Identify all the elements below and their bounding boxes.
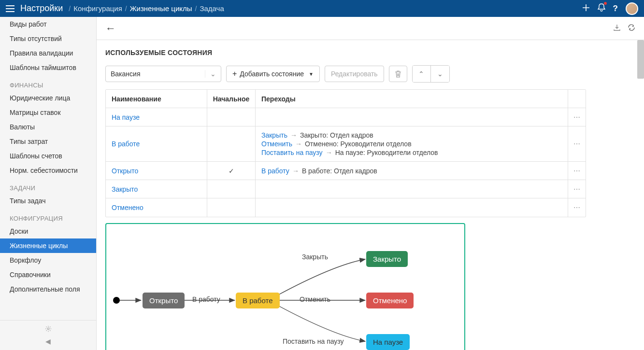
move-down-button[interactable]: ⌄ — [431, 66, 449, 82]
start-dot — [113, 297, 120, 304]
sidebar-item[interactable]: Шаблоны счетов — [0, 149, 96, 163]
row-menu-button[interactable]: ⋯ — [568, 126, 586, 161]
lifecycle-select[interactable]: Вакансия ⌄ — [105, 66, 221, 82]
sidebar: Виды работТипы отсутствийПравила валидац… — [0, 17, 97, 350]
sidebar-item[interactable]: Валюты — [0, 120, 96, 134]
add-icon[interactable] — [582, 4, 590, 13]
toolbar: Вакансия ⌄ + Добавить состояние ▼ Редакт… — [105, 65, 635, 83]
collapse-sidebar-icon[interactable]: ◀ — [0, 336, 96, 347]
crumb-lifecycles[interactable]: Жизненные циклы — [130, 4, 192, 13]
sidebar-item[interactable]: Дополнительные поля — [0, 282, 96, 296]
sidebar-item[interactable]: Жизненные циклы — [0, 238, 96, 253]
add-state-button[interactable]: + Добавить состояние ▼ — [226, 66, 320, 82]
transition-line: Отменить→Отменено: Руководители отделов — [261, 140, 412, 148]
transition-line: Закрыть→Закрыто: Отдел кадров — [261, 131, 373, 139]
node-closed[interactable]: Закрыто — [366, 251, 408, 267]
sidebar-item[interactable]: Доски — [0, 224, 96, 238]
menu-icon[interactable] — [6, 5, 14, 12]
edge-pause: Поставить на паузу — [283, 337, 344, 345]
row-menu-button[interactable]: ⋯ — [568, 180, 586, 198]
sidebar-item[interactable]: Виды работ — [0, 17, 96, 31]
chevron-up-icon: ⌃ — [418, 70, 424, 78]
transition-action-link[interactable]: Закрыть — [261, 131, 287, 139]
transition-line: Поставить на паузу→На паузе: Руководител… — [261, 149, 438, 156]
table-row[interactable]: Открыто✓В работу→В работе: Отдел кадров⋯ — [106, 162, 586, 180]
sidebar-item[interactable]: Типы отсутствий — [0, 31, 96, 46]
state-link[interactable]: Отменено — [112, 204, 143, 211]
move-up-button[interactable]: ⌃ — [413, 66, 431, 82]
sidebar-item[interactable]: Типы задач — [0, 194, 96, 208]
sidebar-section-header: ЗАДАЧИ — [0, 178, 96, 194]
node-paused[interactable]: На паузе — [366, 334, 410, 350]
refresh-icon[interactable] — [628, 24, 635, 33]
col-name: Наименование — [106, 90, 207, 108]
table-row[interactable]: Закрыто⋯ — [106, 180, 586, 198]
state-link[interactable]: В работе — [112, 140, 140, 148]
col-initial: Начальное — [207, 90, 256, 108]
avatar[interactable] — [626, 2, 638, 15]
notification-dot — [604, 2, 607, 5]
table-row[interactable]: На паузе⋯ — [106, 108, 586, 126]
lifecycle-diagram: Открыто В работе Закрыто Отменено На пау… — [105, 223, 465, 350]
sidebar-item[interactable]: Норм. себестоимости — [0, 163, 96, 178]
state-link[interactable]: Открыто — [112, 167, 138, 175]
settings-gear-icon[interactable] — [0, 323, 96, 336]
sidebar-section-header: КОНФИГУРАЦИЯ — [0, 208, 96, 224]
plus-icon: + — [232, 70, 237, 78]
app-title: Настройки — [20, 3, 63, 14]
transition-line: В работу→В работе: Отдел кадров — [261, 167, 377, 175]
edge-to-work: В работу — [192, 295, 220, 303]
chevron-down-icon: ⌄ — [205, 70, 216, 78]
edit-button[interactable]: Редактировать — [325, 66, 384, 82]
sidebar-item[interactable]: Юридические лица — [0, 91, 96, 105]
breadcrumb: Настройки / Конфигурация / Жизненные цик… — [20, 3, 582, 14]
delete-button[interactable] — [389, 66, 407, 82]
section-title: ИСПОЛЬЗУЕМЫЕ СОСТОЯНИЯ — [105, 49, 635, 56]
state-link[interactable]: На паузе — [112, 113, 140, 121]
sidebar-item[interactable]: Типы затрат — [0, 134, 96, 149]
sidebar-item[interactable]: Матрицы ставок — [0, 105, 96, 120]
row-menu-button[interactable]: ⋯ — [568, 198, 586, 217]
table-row[interactable]: В работеЗакрыть→Закрыто: Отдел кадровОтм… — [106, 126, 586, 162]
transition-action-link[interactable]: Отменить — [261, 140, 292, 148]
edge-cancel: Отменить — [300, 295, 330, 303]
help-icon[interactable]: ? — [613, 4, 618, 14]
row-menu-button[interactable]: ⋯ — [568, 162, 586, 180]
select-value: Вакансия — [111, 70, 140, 78]
table-row[interactable]: Отменено⋯ — [106, 198, 586, 217]
top-header: Настройки / Конфигурация / Жизненные цик… — [0, 0, 644, 17]
node-work[interactable]: В работе — [236, 293, 280, 308]
edge-close: Закрыть — [302, 253, 328, 261]
transition-action-link[interactable]: Поставить на паузу — [261, 149, 323, 156]
bell-icon[interactable] — [598, 3, 605, 14]
check-icon: ✓ — [229, 167, 234, 175]
sidebar-item[interactable]: Шаблоны таймшитов — [0, 60, 96, 75]
download-icon[interactable] — [613, 24, 621, 33]
state-link[interactable]: Закрыто — [112, 185, 138, 193]
content-area: ← ИСПОЛЬЗУЕМЫЕ СОСТОЯНИЯ Вакансия ⌄ + — [97, 17, 644, 350]
col-transitions: Переходы — [256, 90, 568, 108]
crumb-config[interactable]: Конфигурация — [73, 4, 122, 13]
states-table: Наименование Начальное Переходы На паузе… — [105, 89, 586, 217]
sidebar-section-header: ФИНАНСЫ — [0, 75, 96, 91]
content-header: ← — [97, 17, 644, 40]
node-cancelled[interactable]: Отменено — [366, 293, 414, 308]
sidebar-item[interactable]: Правила валидации — [0, 46, 96, 60]
trash-icon — [395, 70, 401, 78]
sidebar-item[interactable]: Справочники — [0, 267, 96, 282]
back-arrow-icon[interactable]: ← — [105, 22, 116, 35]
crumb-task[interactable]: Задача — [200, 4, 224, 13]
dropdown-caret-icon: ▼ — [309, 71, 314, 77]
row-menu-button[interactable]: ⋯ — [568, 108, 586, 126]
svg-point-0 — [47, 328, 49, 330]
node-open[interactable]: Открыто — [143, 293, 185, 308]
sidebar-item[interactable]: Воркфлоу — [0, 253, 96, 267]
transition-action-link[interactable]: В работу — [261, 167, 289, 175]
chevron-down-icon: ⌄ — [437, 70, 443, 78]
